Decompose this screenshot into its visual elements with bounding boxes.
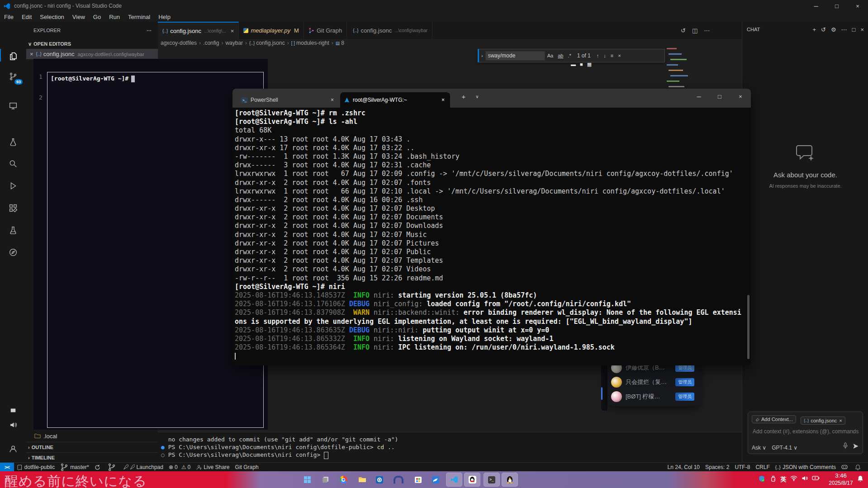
breadcrumb-item[interactable]: waybar	[225, 40, 243, 46]
mini-maximize-icon[interactable]: ■	[580, 62, 583, 67]
status-item-json-with-comments[interactable]: {..}JSON with Comments	[773, 463, 839, 472]
status-item-git-graph[interactable]: Git Graph	[232, 463, 261, 472]
activity-audio-icon[interactable]	[0, 418, 26, 431]
breadcrumb-item[interactable]: {..}config.jsonc	[249, 40, 285, 46]
activity-window-box-icon[interactable]	[0, 404, 26, 417]
breadcrumb[interactable]: agxcoy-dotfiles›.config›waybar›{..}confi…	[161, 39, 344, 47]
tab-git-graph[interactable]: Git Graph	[304, 22, 347, 39]
remote-indicator[interactable]: ><	[0, 463, 14, 472]
mini-grid-icon[interactable]: ▦	[587, 62, 592, 67]
tray-usb-device-icon[interactable]	[768, 475, 778, 482]
activity-source-control-icon[interactable]: 93	[0, 70, 26, 83]
new-chat-icon[interactable]: +	[812, 26, 816, 33]
taskbar-task-view-icon[interactable]	[317, 473, 333, 487]
status-item-live-share[interactable]: Live Share	[193, 463, 232, 472]
status-item-sync[interactable]	[92, 463, 105, 472]
menu-item-help[interactable]: Help	[154, 13, 175, 21]
find-previous-icon[interactable]: ↑	[597, 53, 599, 58]
chat-input-placeholder[interactable]: Add context (#), extensions (@), command…	[748, 425, 863, 435]
close-find-icon[interactable]: ×	[618, 53, 621, 58]
status-item-spaces-2[interactable]: Spaces: 2	[702, 463, 732, 472]
menu-item-run[interactable]: Run	[105, 13, 124, 21]
chat-settings-gear-icon[interactable]: ⚙	[831, 26, 836, 33]
activity-account-icon[interactable]	[0, 443, 26, 455]
new-tab-button[interactable]: +	[457, 89, 470, 104]
terminal-minimize-button[interactable]: ─	[688, 89, 709, 104]
activity-explorer-icon[interactable]	[0, 50, 26, 62]
chat-model-select[interactable]: GPT-4.1 ∨	[772, 445, 797, 451]
close-terminal-tab-icon[interactable]: ×	[440, 97, 446, 103]
chat-history-icon[interactable]: ↺	[821, 26, 826, 33]
tray-ime-icon[interactable]: 英	[779, 475, 788, 483]
activity-run-debug-icon[interactable]	[0, 180, 26, 192]
terminal-close-button[interactable]: ×	[730, 89, 751, 104]
find-in-selection-icon[interactable]: ≡	[611, 53, 613, 58]
taskbar-chrome-icon[interactable]	[335, 473, 351, 487]
toggle-replace-icon[interactable]: ›	[481, 53, 483, 58]
taskbar-thunder-icon[interactable]	[427, 473, 444, 487]
niri-focused-terminal[interactable]: [root@SilverAg-WTG ~]#	[47, 72, 264, 428]
chat-input-box[interactable]: Add Context... {..} config.jsonc × Add c…	[748, 412, 863, 454]
status-item-master-[interactable]: master*	[57, 463, 91, 472]
close-terminal-tab-icon[interactable]: ×	[329, 97, 336, 103]
close-tab-icon[interactable]: ×	[231, 28, 234, 34]
send-icon[interactable]	[853, 443, 859, 451]
terminal-title-bar[interactable]: ─ □ × + ∨ >_PowerShell×root@SilverAg-WTG…	[232, 89, 751, 108]
chat-close-icon[interactable]: ×	[860, 26, 864, 33]
tab-config-jsonc[interactable]: {..}config.jsonc...\config\waybar	[348, 22, 432, 39]
find-input[interactable]: sway/mode	[485, 51, 545, 61]
activity-testing-icon[interactable]	[0, 224, 26, 237]
mic-icon[interactable]	[843, 442, 848, 451]
taskbar-start-icon[interactable]	[299, 473, 315, 487]
activity-search-icon[interactable]	[0, 157, 26, 170]
add-context-chip[interactable]: Add Context...	[752, 415, 796, 423]
status-item-utf-8[interactable]: UTF-8	[732, 463, 753, 472]
terminal-tab-2[interactable]: root@SilverAg-WTG:~×	[340, 92, 450, 108]
taskbar-qq-icon[interactable]	[464, 473, 480, 487]
taskbar-microsoft-store-icon[interactable]	[410, 473, 426, 487]
taskbar-vscode-icon[interactable]	[446, 473, 462, 487]
menu-item-view[interactable]: View	[68, 13, 89, 21]
status-item-0[interactable]: ⊗0⚠0	[166, 463, 193, 472]
status-item-branch[interactable]	[105, 463, 120, 472]
taskbar-arc-browser-icon[interactable]	[390, 473, 407, 487]
taskbar-outlook-icon[interactable]: O	[371, 473, 388, 487]
status-item-bell[interactable]	[852, 463, 865, 472]
chat-more-icon[interactable]: ⋯	[841, 26, 847, 33]
editor-more-icon[interactable]: ⋯	[704, 27, 710, 34]
breadcrumb-item[interactable]: [ ]modules-right	[291, 40, 329, 46]
windows-terminal-window[interactable]: ─ □ × + ∨ >_PowerShell×root@SilverAg-WTG…	[232, 89, 751, 365]
taskbar-clock[interactable]: 3:46 2025/8/17	[826, 472, 856, 487]
tab-dropdown-button[interactable]: ∨	[471, 89, 483, 104]
open-editor-item[interactable]: × {..} config.jsonc agxcoy-dotfiles\.con…	[26, 49, 158, 59]
history-icon[interactable]: ↺	[681, 27, 686, 34]
breadcrumb-item[interactable]: ▤8	[336, 40, 344, 46]
tree-item-local[interactable]: .local	[26, 431, 158, 441]
split-editor-icon[interactable]: ◫	[692, 27, 697, 34]
activity-remote-explorer-icon[interactable]	[0, 99, 26, 112]
taskbar-windows-terminal-icon[interactable]: >_	[484, 473, 500, 487]
status-item-launchpad[interactable]: Launchpad	[120, 463, 166, 472]
terminal-tab-1[interactable]: >_PowerShell×	[237, 92, 339, 108]
integrated-terminal-panel[interactable]: no changes added to commit (use "git add…	[158, 432, 742, 462]
notification-bell-icon[interactable]	[856, 475, 864, 482]
breadcrumb-item[interactable]: agxcoy-dotfiles	[161, 40, 197, 46]
tray-volume-icon[interactable]	[800, 475, 809, 481]
status-item-crlf[interactable]: CRLF	[753, 463, 772, 472]
breadcrumb-item[interactable]: .config	[203, 40, 219, 46]
explorer-more-icon[interactable]: ⋯	[147, 28, 152, 33]
whole-word-icon[interactable]: ab	[558, 53, 563, 58]
status-item-dotfile-public[interactable]: dotfile-public	[14, 463, 57, 472]
chat-open-editor-icon[interactable]: □	[852, 26, 856, 33]
activity-docker-icon[interactable]	[0, 136, 26, 148]
mini-minimize-icon[interactable]: ▬	[571, 62, 576, 67]
taskbar-linux-tux-icon[interactable]	[502, 473, 518, 487]
activity-extensions-icon[interactable]	[0, 202, 26, 214]
tray-battery-icon[interactable]	[811, 475, 820, 481]
timeline-section[interactable]: ›TIMELINE	[26, 452, 158, 463]
qq-member-row[interactable]: [BØT] 柠檬…管理员	[611, 390, 697, 403]
menu-item-go[interactable]: Go	[89, 13, 105, 21]
menu-item-terminal[interactable]: Terminal	[124, 13, 154, 21]
tab-config-jsonc[interactable]: {..}config.jsonc...\config\...×	[158, 22, 239, 39]
taskbar-file-explorer-icon[interactable]	[354, 473, 370, 487]
